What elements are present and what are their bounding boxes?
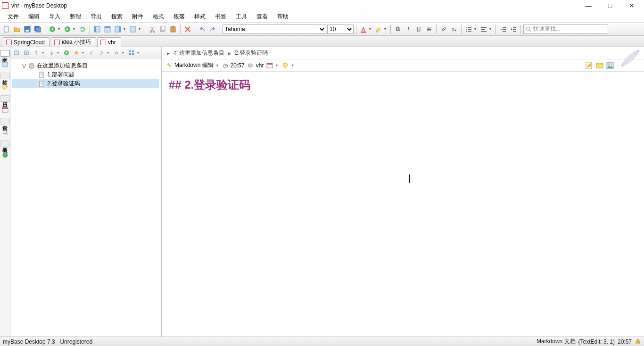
bullet-list-icon[interactable] bbox=[464, 25, 473, 34]
tab-vhr[interactable]: vhr bbox=[97, 37, 121, 47]
layout-1-icon[interactable] bbox=[92, 25, 102, 34]
dropdown-icon[interactable]: ▾ bbox=[384, 27, 388, 31]
dropdown-icon[interactable]: ▾ bbox=[292, 63, 296, 67]
side-tab-outline[interactable]: 大纲 bbox=[0, 50, 10, 57]
menu-export[interactable]: 导出 bbox=[87, 12, 106, 22]
menu-bookmark[interactable]: 书签 bbox=[211, 12, 230, 22]
maximize-button[interactable]: □ bbox=[603, 2, 617, 9]
menu-edit[interactable]: 编辑 bbox=[25, 12, 43, 22]
side-tab-summary[interactable]: 概要 bbox=[0, 140, 10, 147]
outdent-icon[interactable] bbox=[498, 25, 508, 34]
bell-icon[interactable] bbox=[635, 338, 641, 345]
refresh-icon[interactable] bbox=[78, 25, 87, 34]
dropdown-icon[interactable]: ▾ bbox=[122, 50, 126, 55]
dropdown-icon[interactable]: ▾ bbox=[58, 27, 62, 31]
tree-grid-icon[interactable] bbox=[127, 49, 136, 57]
dropdown-icon[interactable]: ▾ bbox=[137, 50, 141, 55]
tree-move-left-icon[interactable] bbox=[87, 49, 96, 57]
menu-help[interactable]: 帮助 bbox=[273, 12, 292, 22]
tab-springcloud[interactable]: SpringCloud bbox=[3, 37, 50, 47]
tree-item-2[interactable]: 2.登录验证码 bbox=[12, 79, 159, 88]
bold-icon[interactable]: B bbox=[393, 25, 403, 34]
close-button[interactable]: ✕ bbox=[625, 2, 638, 9]
font-size-select[interactable]: 10 bbox=[327, 25, 354, 34]
dropdown-icon[interactable]: ▾ bbox=[107, 50, 111, 55]
open-icon[interactable] bbox=[12, 25, 22, 34]
tree-move-right-icon[interactable] bbox=[97, 49, 106, 57]
tree-root[interactable]: ⋁ 在这里添加信息条目 bbox=[12, 61, 159, 70]
tree-expand-icon[interactable] bbox=[22, 49, 31, 57]
caret-down-icon[interactable]: ⋁ bbox=[22, 63, 26, 68]
dropdown-icon[interactable]: ▾ bbox=[489, 27, 493, 31]
align-icon[interactable] bbox=[479, 25, 488, 34]
tab-idea[interactable]: idea 小技巧 bbox=[51, 37, 96, 47]
menu-import[interactable]: 导入 bbox=[45, 12, 64, 22]
dropdown-icon[interactable]: ▾ bbox=[82, 50, 86, 55]
breadcrumb-item[interactable]: 2.登录验证码 bbox=[235, 49, 268, 57]
dropdown-icon[interactable]: ▾ bbox=[474, 27, 478, 31]
layout-3-icon[interactable] bbox=[113, 25, 123, 34]
menu-file[interactable]: 文件 bbox=[4, 12, 23, 22]
save-all-icon[interactable] bbox=[33, 25, 42, 34]
layout-2-icon[interactable] bbox=[103, 25, 112, 34]
font-family-select[interactable]: Tahoma bbox=[223, 25, 326, 34]
dropdown-icon[interactable]: ▾ bbox=[73, 27, 77, 31]
editor-body[interactable]: ## 2.登录验证码 bbox=[162, 72, 644, 337]
font-color-icon[interactable]: A bbox=[359, 25, 368, 34]
menu-style[interactable]: 样式 bbox=[190, 12, 209, 22]
dropdown-icon[interactable]: ▾ bbox=[139, 27, 142, 31]
back-icon[interactable] bbox=[48, 25, 57, 34]
italic-icon[interactable]: I bbox=[404, 25, 413, 34]
menu-search[interactable]: 搜索 bbox=[107, 12, 126, 22]
underline-icon[interactable]: U bbox=[414, 25, 423, 34]
redo-icon[interactable] bbox=[208, 25, 217, 34]
delete-icon[interactable] bbox=[183, 25, 192, 34]
tree-star-icon[interactable] bbox=[72, 49, 81, 57]
tree-parent-icon[interactable] bbox=[32, 49, 41, 57]
side-tab-calendar[interactable]: 日历 bbox=[0, 95, 10, 102]
menu-attachment[interactable]: 附件 bbox=[128, 12, 147, 22]
editor-db: vhr bbox=[256, 62, 264, 69]
quick-search-input[interactable]: 快速查找... bbox=[523, 25, 608, 34]
cut-icon[interactable] bbox=[148, 25, 157, 34]
menu-format[interactable]: 格式 bbox=[149, 12, 168, 22]
minimize-button[interactable]: — bbox=[582, 2, 595, 9]
save-icon[interactable] bbox=[23, 25, 32, 34]
highlight-icon[interactable] bbox=[374, 25, 383, 34]
tree-link-icon[interactable] bbox=[112, 49, 121, 57]
dropdown-icon[interactable]: ▾ bbox=[216, 63, 220, 67]
calendar-icon[interactable] bbox=[266, 62, 273, 69]
superscript-icon[interactable]: x² bbox=[439, 25, 448, 34]
menu-view[interactable]: 查看 bbox=[253, 12, 272, 22]
side-tab-search[interactable]: 搜索 bbox=[0, 118, 10, 124]
tree-add-icon[interactable] bbox=[62, 49, 71, 57]
dropdown-icon[interactable]: ▾ bbox=[124, 27, 127, 31]
dropdown-icon[interactable]: ▾ bbox=[369, 27, 373, 31]
tag-icon[interactable] bbox=[282, 62, 289, 69]
subscript-icon[interactable]: x₂ bbox=[449, 25, 459, 34]
tree-body[interactable]: ⋁ 在这里添加信息条目 1.部署问题 2.登录验证码 bbox=[10, 58, 161, 337]
breadcrumb-item[interactable]: 在这里添加信息条目 bbox=[173, 49, 224, 57]
dropdown-icon[interactable]: ▾ bbox=[276, 63, 280, 67]
layout-4-icon[interactable] bbox=[128, 25, 138, 34]
forward-icon[interactable] bbox=[63, 25, 72, 34]
copy-icon[interactable] bbox=[158, 25, 167, 34]
editor-mode[interactable]: Markdown 编辑 bbox=[174, 61, 214, 69]
edit-note-icon[interactable] bbox=[586, 62, 593, 69]
menu-tools[interactable]: 工具 bbox=[232, 12, 251, 22]
tree-item-1[interactable]: 1.部署问题 bbox=[12, 70, 159, 79]
strikethrough-icon[interactable]: S bbox=[424, 25, 434, 34]
menu-organize[interactable]: 整理 bbox=[66, 12, 85, 22]
new-doc-icon[interactable] bbox=[2, 25, 11, 34]
attachment-icon[interactable] bbox=[596, 62, 603, 69]
indent-icon[interactable] bbox=[509, 25, 518, 34]
dropdown-icon[interactable]: ▾ bbox=[57, 50, 61, 55]
dropdown-icon[interactable]: ▾ bbox=[42, 50, 46, 55]
paste-icon[interactable] bbox=[168, 25, 178, 34]
image-icon[interactable] bbox=[606, 62, 614, 69]
menu-paragraph[interactable]: 段落 bbox=[170, 12, 189, 22]
undo-icon[interactable] bbox=[198, 25, 207, 34]
side-tab-tags[interactable]: 标签 bbox=[0, 73, 10, 79]
tree-child-icon[interactable] bbox=[47, 49, 56, 57]
tree-collapse-icon[interactable] bbox=[12, 49, 21, 57]
